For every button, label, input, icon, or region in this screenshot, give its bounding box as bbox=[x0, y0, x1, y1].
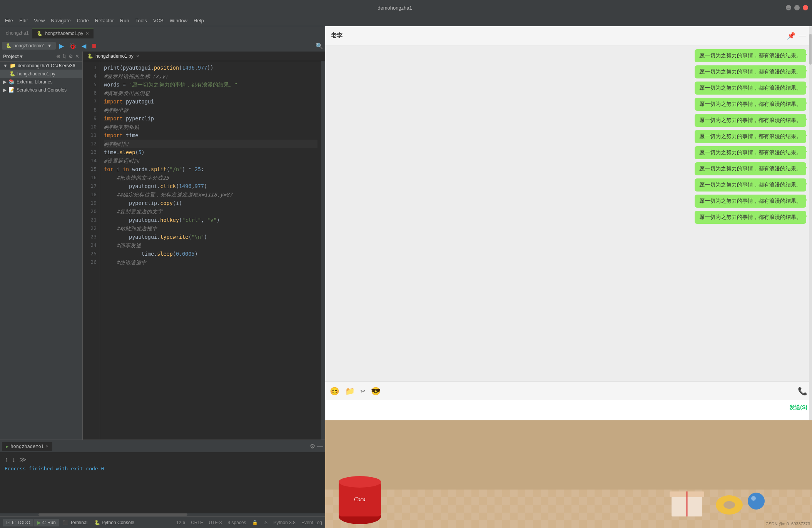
line-ending: CRLF bbox=[191, 520, 203, 525]
sidebar-item-pyfile[interactable]: 🐍 hongzhademo1.py bbox=[0, 70, 82, 78]
code-line-17: pyautogui.click(1496,977) bbox=[104, 182, 317, 190]
code-line-24: #回车发送 bbox=[104, 241, 317, 250]
indent-size: 4 spaces bbox=[228, 520, 246, 525]
event-log: Event Log bbox=[301, 520, 322, 525]
terminal-label: Terminal bbox=[70, 520, 87, 525]
scratch-expand-icon: ▶ bbox=[3, 87, 7, 93]
code-line-3: print(pyautogui.position(1496,977)) bbox=[104, 63, 317, 72]
chat-message-5: 愿一切为之努力的事情，都有浪漫的结果。 bbox=[695, 114, 806, 127]
run-console-tab[interactable]: ▶ hongzhademo1 ✕ bbox=[2, 442, 52, 451]
code-line-14: #设置延迟时间 bbox=[104, 157, 317, 165]
menu-bar: File Edit View Navigate Code Refactor Ru… bbox=[0, 15, 812, 26]
todo-label: 6: TODO bbox=[12, 520, 30, 525]
search-button[interactable]: 🔍 bbox=[316, 42, 323, 50]
editor-scrollbar[interactable] bbox=[321, 61, 325, 440]
file-tab[interactable]: 🐍 hongzhademo1.py ✕ bbox=[32, 28, 94, 38]
code-line-21: pyautogui.hotkey("ctrl", "v") bbox=[104, 216, 317, 224]
sidebar-item-external-libs[interactable]: ▶ 📚 External Libraries bbox=[0, 78, 82, 86]
run-status-icon: ▶ bbox=[37, 520, 41, 525]
run-button[interactable]: ▶ bbox=[58, 42, 65, 50]
code-content[interactable]: 34567 89101112 1314151617 1819202122 232… bbox=[83, 61, 325, 440]
menu-window[interactable]: Window bbox=[167, 16, 190, 25]
sidebar-item-scratches[interactable]: ▶ 📝 Scratches and Consoles bbox=[0, 86, 82, 94]
run-tab-close-icon[interactable]: ✕ bbox=[46, 444, 48, 449]
chat-image-area: Coca CSDN @m0_69337373 bbox=[325, 420, 812, 528]
menu-tools[interactable]: Tools bbox=[132, 16, 150, 25]
sidebar-settings-button[interactable]: ⚙ bbox=[69, 53, 73, 59]
close-button[interactable] bbox=[803, 5, 808, 10]
pin-icon[interactable]: 📌 bbox=[787, 32, 795, 40]
chat-scrollbar-thumb[interactable] bbox=[809, 34, 812, 65]
sidebar-collapse-button[interactable]: ⇅ bbox=[62, 53, 67, 59]
svg-point-7 bbox=[339, 476, 381, 488]
menu-refactor[interactable]: Refactor bbox=[92, 16, 117, 25]
code-line-15: for i in words.split("/n") * 25: bbox=[104, 165, 317, 173]
phone-button[interactable]: 📞 bbox=[798, 386, 807, 396]
scroll-up-button[interactable]: ↑ bbox=[5, 455, 8, 464]
folder-button[interactable]: 📁 bbox=[345, 386, 355, 396]
menu-file[interactable]: File bbox=[2, 16, 16, 25]
sidebar-add-button[interactable]: ⊕ bbox=[56, 53, 60, 59]
sticker-button[interactable]: 😎 bbox=[371, 386, 381, 396]
code-file-tab: 🐍 hongzhademo1.py ✕ bbox=[83, 52, 325, 61]
run-with-coverage-button[interactable]: ◀ bbox=[80, 42, 88, 50]
python-version: Python 3.8 bbox=[274, 520, 296, 525]
stop-button[interactable]: ⏹ bbox=[90, 42, 99, 50]
sidebar-item-project-root[interactable]: ▼ 📁 demohongzha1 C:\Users\36 bbox=[0, 62, 82, 70]
menu-navigate[interactable]: Navigate bbox=[48, 16, 74, 25]
code-line-19: pyperclip.copy(i) bbox=[104, 199, 317, 207]
code-area[interactable]: print(pyautogui.position(1496,977)) #显示对… bbox=[100, 61, 321, 440]
emoji-button[interactable]: 😊 bbox=[330, 386, 339, 396]
run-config-name: hongzhademo1 bbox=[13, 43, 45, 48]
chat-message-3: 愿一切为之努力的事情，都有浪漫的结果。 bbox=[695, 82, 806, 95]
code-line-22: #粘贴到发送框中 bbox=[104, 224, 317, 233]
menu-vcs[interactable]: VCS bbox=[150, 16, 167, 25]
status-tab-python-console[interactable]: 🐍 Python Console bbox=[91, 519, 137, 526]
status-tab-todo[interactable]: ☑ 6: TODO bbox=[3, 519, 33, 526]
scroll-down-button[interactable]: ↓ bbox=[12, 455, 15, 464]
code-tab-close-icon[interactable]: ✕ bbox=[136, 54, 139, 59]
code-line-16: #把表炸的文字分成25 bbox=[104, 173, 317, 182]
minimize-button[interactable]: — bbox=[786, 5, 791, 10]
cursor-position: 12:6 bbox=[176, 520, 185, 525]
terminal-icon: ⬛ bbox=[63, 520, 69, 525]
status-tab-run[interactable]: ▶ 4: Run bbox=[34, 519, 59, 526]
title-text: demohongzha1 bbox=[4, 5, 786, 11]
menu-view[interactable]: View bbox=[31, 16, 48, 25]
chat-input[interactable] bbox=[330, 404, 789, 416]
menu-help[interactable]: Help bbox=[190, 16, 207, 25]
menu-run[interactable]: Run bbox=[117, 16, 132, 25]
tab-bar: ohongzha1 🐍 hongzhademo1.py ✕ bbox=[0, 26, 325, 40]
more-options-icon[interactable]: — bbox=[799, 32, 806, 40]
code-line-5: words = "愿一切为之努力的事情，都有浪漫的结果。" bbox=[104, 80, 317, 89]
scroll-more-button[interactable]: ≫ bbox=[19, 455, 27, 464]
line-numbers: 34567 89101112 1314151617 1819202122 232… bbox=[83, 61, 100, 440]
python-console-label: Python Console bbox=[102, 520, 134, 525]
code-line-26: #使语速适中 bbox=[104, 258, 317, 266]
maximize-button[interactable] bbox=[794, 5, 800, 10]
chat-send-button[interactable]: 发送(S) bbox=[789, 404, 807, 411]
run-config-dropdown[interactable]: 🐍 hongzhademo1 ▼ bbox=[2, 42, 56, 50]
sidebar-hide-button[interactable]: ✕ bbox=[75, 53, 79, 59]
scissors-button[interactable]: ✂ bbox=[361, 386, 365, 396]
svg-text:Coca: Coca bbox=[354, 496, 366, 502]
chat-message-1: 愿一切为之努力的事情，都有浪漫的结果。 bbox=[695, 49, 806, 62]
run-panel-minimize-icon[interactable]: — bbox=[317, 443, 323, 450]
debug-button[interactable]: 🐞 bbox=[67, 42, 78, 50]
scratch-icon: 📝 bbox=[8, 87, 15, 93]
code-line-6: #填写要发出的消息 bbox=[104, 89, 317, 97]
bottom-tabs: ▶ hongzhademo1 ✕ ⚙ — bbox=[0, 440, 325, 452]
status-tab-terminal[interactable]: ⬛ Terminal bbox=[60, 519, 90, 526]
sidebar-icons: ⊕ ⇅ ⚙ ✕ bbox=[56, 53, 79, 59]
menu-code[interactable]: Code bbox=[74, 16, 92, 25]
sidebar-header: Project ▾ ⊕ ⇅ ⚙ ✕ bbox=[0, 52, 82, 62]
scratches-label: Scratches and Consoles bbox=[17, 87, 67, 93]
file-tab-close-icon[interactable]: ✕ bbox=[85, 31, 89, 36]
code-line-18: ##确定光标位置，光标发送发送框x=1118,y=87 bbox=[104, 190, 317, 199]
main-content: ohongzha1 🐍 hongzhademo1.py ✕ 🐍 hongzhad… bbox=[0, 26, 812, 528]
menu-edit[interactable]: Edit bbox=[16, 16, 31, 25]
chat-message-10: 愿一切为之努力的事情，都有浪漫的结果。 bbox=[695, 195, 806, 208]
code-editor[interactable]: 🐍 hongzhademo1.py ✕ 34567 89101112 13141… bbox=[83, 52, 325, 440]
code-line-9: import pyperclip bbox=[104, 114, 317, 123]
run-panel-settings-icon[interactable]: ⚙ bbox=[310, 443, 315, 450]
